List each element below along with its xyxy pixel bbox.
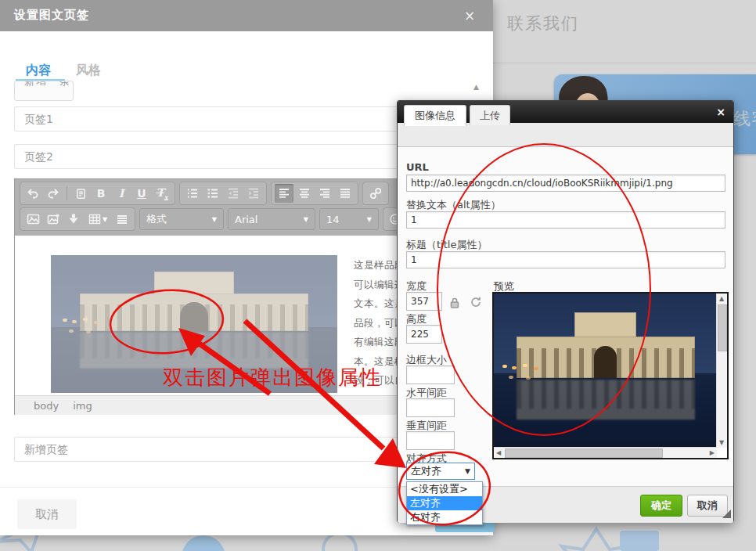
path-body[interactable]: body bbox=[34, 400, 59, 412]
lock-ratio-icon[interactable] bbox=[449, 297, 460, 312]
scroll-down-icon[interactable]: ▼ bbox=[719, 439, 724, 446]
underline-icon[interactable]: U bbox=[132, 184, 151, 203]
redo-icon[interactable] bbox=[44, 184, 63, 203]
title-input[interactable] bbox=[406, 251, 725, 268]
font-size-dropdown[interactable]: 14 ▼ bbox=[319, 208, 379, 230]
option-left[interactable]: 左对齐 bbox=[407, 496, 482, 510]
justify-icon[interactable] bbox=[336, 184, 355, 203]
format-dropdown-label: 格式 bbox=[146, 212, 167, 226]
image-icon[interactable] bbox=[23, 210, 42, 229]
paragraph-format-dropdown[interactable]: 格式 ▼ bbox=[139, 208, 224, 230]
option-right[interactable]: 右对齐 bbox=[407, 510, 482, 524]
link-icon[interactable] bbox=[366, 184, 385, 203]
close-icon[interactable]: × bbox=[460, 6, 479, 25]
align-options-list: <没有设置> 左对齐 右对齐 bbox=[406, 481, 483, 525]
undo-icon[interactable] bbox=[23, 184, 42, 203]
chevron-down-icon: ▼ bbox=[465, 467, 470, 475]
height-input[interactable] bbox=[406, 325, 442, 344]
tab-upload[interactable]: 上传 bbox=[470, 105, 510, 125]
templates-icon[interactable] bbox=[71, 184, 90, 203]
align-right-icon[interactable] bbox=[315, 184, 334, 203]
image-properties-dialog: 图像属性 × 图像信息 上传 URL 替换文本（alt属性） 标题（title属… bbox=[397, 100, 734, 523]
scroll-up-icon[interactable]: ▲ bbox=[719, 295, 724, 302]
border-size-input[interactable] bbox=[406, 366, 455, 384]
vspace-input[interactable] bbox=[406, 431, 455, 450]
scrollbar-thumb[interactable] bbox=[505, 448, 663, 458]
outdent-icon[interactable] bbox=[224, 184, 243, 203]
close-icon[interactable]: × bbox=[714, 105, 728, 119]
scroll-up-arrow[interactable]: ▲ bbox=[473, 83, 479, 91]
align-center-icon[interactable] bbox=[295, 184, 314, 203]
preview-vertical-scrollbar[interactable]: ▲ ▼ bbox=[716, 294, 727, 448]
remove-format-icon[interactable]: Tx bbox=[153, 184, 171, 203]
chevron-down-icon: ▼ bbox=[212, 216, 217, 223]
unordered-list-icon[interactable] bbox=[203, 184, 222, 203]
font-dropdown-label: Arial bbox=[235, 214, 257, 225]
tab-style[interactable]: 风格 bbox=[76, 63, 101, 79]
contact-us-link[interactable]: 联系我们 bbox=[507, 13, 579, 34]
align-select[interactable]: 左对齐 ▼ bbox=[406, 463, 475, 480]
ok-button[interactable]: 确定 bbox=[640, 495, 682, 517]
add-item-label: 新增一条 bbox=[24, 81, 71, 88]
table-icon[interactable]: ▼ bbox=[85, 210, 111, 229]
align-select-value: 左对齐 bbox=[411, 464, 441, 478]
chevron-down-icon: ▼ bbox=[367, 216, 372, 223]
path-img[interactable]: img bbox=[73, 400, 92, 412]
title-label: 标题（title属性） bbox=[406, 238, 487, 252]
hspace-input[interactable] bbox=[406, 398, 455, 417]
italic-icon[interactable]: I bbox=[112, 184, 131, 203]
chevron-down-icon: ▼ bbox=[304, 216, 308, 223]
font-family-dropdown[interactable]: Arial ▼ bbox=[228, 208, 315, 230]
indent-icon[interactable] bbox=[244, 184, 263, 203]
align-left-icon[interactable] bbox=[275, 184, 293, 203]
preview-pane: ▲ ▼ ◀ ▶ bbox=[492, 292, 729, 459]
tab-image-info[interactable]: 图像信息 bbox=[404, 105, 466, 126]
annotation-tip-text: 双击图片弹出图像属性 bbox=[163, 364, 382, 391]
alt-input[interactable] bbox=[406, 211, 725, 229]
scrollbar-thumb[interactable] bbox=[718, 304, 727, 351]
cancel-button[interactable]: 取消 bbox=[17, 499, 77, 529]
dialog-title: 设置图文页签 bbox=[14, 8, 89, 23]
url-label: URL bbox=[406, 161, 429, 173]
dialog-tabs bbox=[398, 123, 733, 147]
size-dropdown-label: 14 bbox=[326, 214, 340, 225]
bold-icon[interactable]: B bbox=[92, 184, 110, 203]
scroll-right-icon[interactable]: ▶ bbox=[710, 449, 715, 456]
option-none[interactable]: <没有设置> bbox=[407, 482, 482, 496]
resize-handle-icon[interactable] bbox=[722, 510, 731, 518]
add-item-button[interactable]: 新增一条 bbox=[14, 81, 74, 101]
alt-label: 替换文本（alt属性） bbox=[406, 198, 501, 212]
horizontal-rule-icon[interactable] bbox=[113, 210, 131, 229]
tab-content[interactable]: 内容 bbox=[26, 63, 51, 79]
screen: 联系我们 在线客服 设置图文页签 × 内容 风格 ▲ 新增一条 bbox=[0, 0, 756, 551]
preview-image bbox=[494, 294, 717, 448]
width-input[interactable] bbox=[406, 292, 442, 311]
download-icon[interactable] bbox=[64, 210, 83, 229]
divider bbox=[493, 63, 756, 63]
image-upload-icon[interactable] bbox=[44, 210, 63, 229]
preview-horizontal-scrollbar[interactable]: ◀ ▶ bbox=[494, 447, 717, 458]
reset-size-icon[interactable] bbox=[470, 296, 482, 312]
scroll-left-icon[interactable]: ◀ bbox=[496, 449, 501, 456]
ordered-list-icon[interactable] bbox=[183, 184, 202, 203]
url-input[interactable] bbox=[406, 175, 725, 192]
